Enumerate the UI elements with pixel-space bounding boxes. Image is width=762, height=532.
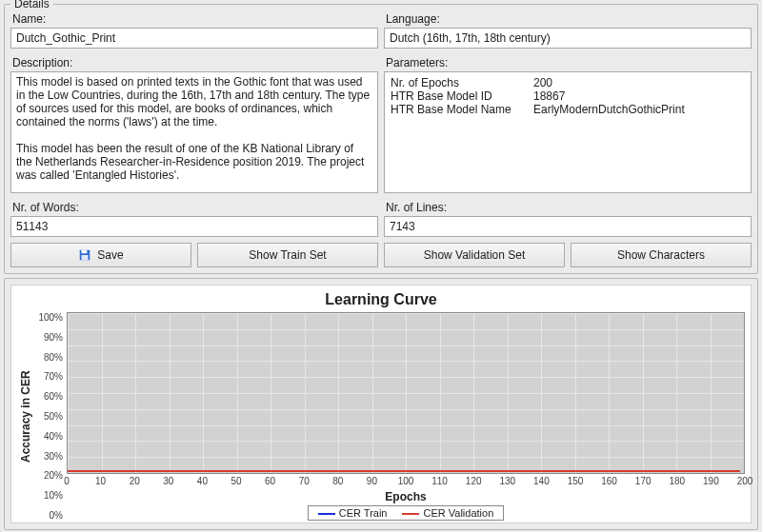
param-key: Nr. of Epochs	[391, 76, 533, 89]
lines-input[interactable]	[384, 216, 752, 237]
details-title: Details	[10, 0, 53, 10]
show-validation-set-button[interactable]: Show Validation Set	[384, 243, 565, 267]
param-key: HTR Base Model ID	[391, 89, 533, 103]
show-characters-button[interactable]: Show Characters	[571, 243, 752, 267]
ytick: 30%	[36, 451, 63, 462]
param-key: HTR Base Model Name	[391, 103, 533, 116]
svg-rect-2	[82, 255, 89, 260]
words-input[interactable]	[10, 216, 378, 237]
ytick: 20%	[36, 470, 63, 481]
name-label: Name:	[12, 12, 378, 26]
plot-area	[67, 312, 745, 474]
chart-yaxis: 100% 90% 80% 70% 60% 50% 40% 30% 20% 10%…	[34, 312, 67, 521]
lines-label: Nr. of Lines:	[386, 201, 752, 214]
ytick: 90%	[36, 332, 63, 343]
ytick: 70%	[36, 371, 63, 382]
ytick: 10%	[36, 490, 63, 501]
chart-panel: Learning Curve Accuracy in CER 100% 90% …	[4, 278, 758, 530]
show-characters-label: Show Characters	[617, 248, 705, 262]
parameters-label: Parameters:	[386, 56, 752, 69]
param-row: HTR Base Model ID 18867	[391, 89, 745, 103]
ytick: 80%	[36, 352, 63, 363]
show-validation-set-label: Show Validation Set	[424, 248, 526, 262]
learning-curve-chart: Learning Curve Accuracy in CER 100% 90% …	[10, 285, 752, 523]
description-label: Description:	[12, 56, 378, 69]
save-button-label: Save	[97, 248, 123, 262]
legend-label: CER Train	[339, 507, 388, 519]
svg-rect-1	[82, 250, 88, 254]
name-input[interactable]	[10, 28, 378, 49]
save-icon	[78, 248, 91, 262]
chart-xlabel: Epochs	[67, 490, 745, 503]
chart-title: Learning Curve	[17, 291, 745, 308]
ytick: 60%	[36, 391, 63, 402]
legend-item-train: CER Train	[318, 507, 388, 519]
language-label: Language:	[386, 12, 752, 26]
show-train-set-label: Show Train Set	[249, 248, 326, 262]
description-textarea[interactable]	[10, 71, 378, 193]
param-val: 18867	[533, 89, 745, 103]
chart-xaxis: 0102030405060708090100110120130140150160…	[67, 476, 745, 489]
details-panel: Details Name: Language: Description: Par…	[4, 4, 758, 274]
language-input[interactable]	[384, 28, 752, 49]
words-label: Nr. of Words:	[12, 201, 378, 214]
chart-ylabel: Accuracy in CER	[17, 312, 34, 521]
param-val: EarlyModernDutchGothicPrint	[533, 103, 745, 116]
ytick: 0%	[36, 510, 63, 521]
ytick: 40%	[36, 431, 63, 442]
chart-legend: CER Train CER Validation	[308, 505, 505, 521]
parameters-box: Nr. of Epochs 200 HTR Base Model ID 1886…	[384, 71, 752, 193]
ytick: 50%	[36, 411, 63, 422]
save-button[interactable]: Save	[10, 243, 191, 267]
legend-item-validation: CER Validation	[402, 507, 493, 519]
param-row: Nr. of Epochs 200	[391, 76, 745, 89]
show-train-set-button[interactable]: Show Train Set	[197, 243, 378, 267]
ytick: 100%	[36, 312, 63, 323]
legend-label: CER Validation	[423, 507, 493, 519]
param-val: 200	[533, 76, 745, 89]
param-row: HTR Base Model Name EarlyModernDutchGoth…	[391, 103, 745, 116]
